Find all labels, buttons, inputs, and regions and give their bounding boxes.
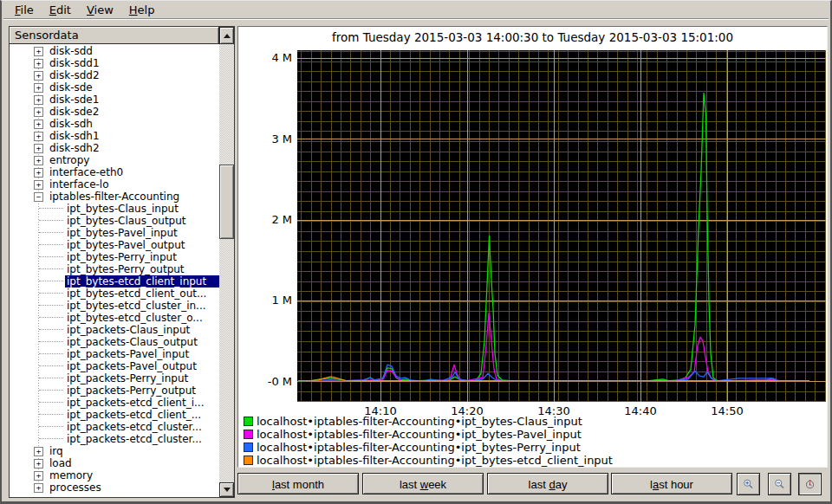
expand-icon[interactable]: + <box>34 156 43 165</box>
tree-item[interactable]: ipt_bytes-etcd_cluster_in... <box>10 300 219 312</box>
clock-icon <box>804 475 816 493</box>
legend-label: localhost•iptables-filter-Accounting•ipt… <box>257 441 581 454</box>
tree-item[interactable]: ipt_bytes-Perry_output <box>10 263 219 275</box>
tree-item[interactable]: +disk-sdh <box>10 118 219 130</box>
tree-branch-line <box>39 220 63 222</box>
expand-icon[interactable]: + <box>34 447 43 456</box>
tree-item[interactable]: ipt_packets-Pavel_output <box>10 360 219 372</box>
tree-item[interactable]: ipt_packets-Claus_output <box>10 336 219 348</box>
tree-branch-line <box>39 414 63 416</box>
menu-bar: FileEditViewHelp <box>3 2 829 19</box>
tree-item[interactable]: +disk-sde2 <box>10 106 219 118</box>
tree-item-label: disk-sde2 <box>48 106 219 118</box>
tree-item-label: interface-eth0 <box>48 166 219 178</box>
zoom-in-icon <box>743 475 754 493</box>
last-day-button[interactable]: last day <box>487 473 608 494</box>
expand-icon[interactable]: + <box>34 180 43 190</box>
legend-item: localhost•iptables-filter-Accounting•ipt… <box>244 428 823 441</box>
tree-branch-line <box>39 305 63 307</box>
expand-icon[interactable]: + <box>34 71 43 81</box>
tree-item-label: ipt_packets-etcd_cluster... <box>65 421 219 433</box>
tree-item-label: irq <box>48 445 219 457</box>
expand-icon[interactable]: + <box>34 132 43 141</box>
tree-item[interactable]: ipt_bytes-Claus_output <box>10 215 219 227</box>
tree-branch-line <box>39 426 63 428</box>
zoom-out-button[interactable] <box>768 473 791 495</box>
tree-item[interactable]: +disk-sdd1 <box>10 57 219 69</box>
tree-item[interactable]: +load <box>10 457 219 469</box>
tree-item-label: ipt_packets-etcd_cluster... <box>65 433 219 445</box>
tree-item[interactable]: +disk-sde <box>10 81 219 94</box>
tree-item[interactable]: ipt_packets-etcd_client_... <box>10 409 219 421</box>
tree-item[interactable]: ipt_bytes-Perry_input <box>10 251 219 263</box>
tree-header[interactable]: Sensordata <box>10 27 219 44</box>
tree-item[interactable]: −iptables-filter-Accounting <box>10 191 219 203</box>
legend-label: localhost•iptables-filter-Accounting•ipt… <box>257 415 582 428</box>
tree-item[interactable]: +disk-sdd <box>10 45 219 57</box>
tree-item[interactable]: ipt_packets-etcd_cluster... <box>10 421 219 433</box>
tree-item[interactable]: ipt_packets-Claus_input <box>10 324 219 336</box>
tree-item[interactable]: ipt_bytes-Pavel_output <box>10 239 219 251</box>
tree-item[interactable]: +irq <box>10 445 219 457</box>
last-hour-button[interactable]: last hour <box>611 473 732 494</box>
tree-branch-line <box>39 256 63 258</box>
tree-item-label: ipt_bytes-etcd_client_out... <box>65 288 219 300</box>
tree-item[interactable]: +entropy <box>10 154 219 166</box>
tree-item[interactable]: ipt_bytes-etcd_client_out... <box>10 288 219 300</box>
tree-item[interactable]: +disk-sde1 <box>10 94 219 106</box>
chart-plot[interactable] <box>297 50 826 402</box>
tree-item[interactable]: ipt_packets-etcd_client_i... <box>10 397 219 409</box>
expand-icon[interactable]: + <box>34 95 43 105</box>
menu-item-file[interactable]: File <box>7 3 42 18</box>
expand-icon[interactable]: + <box>34 120 43 129</box>
tree-scrollbar[interactable] <box>219 27 234 497</box>
zoom-in-button[interactable] <box>737 473 760 495</box>
menu-item-view[interactable]: View <box>79 3 121 18</box>
tree-branch-line <box>39 438 63 440</box>
tree-item[interactable]: ipt_bytes-Pavel_input <box>10 227 219 239</box>
last-month-button[interactable]: last month <box>237 473 359 494</box>
realtime-clock-button[interactable] <box>798 473 822 495</box>
x-axis-label: 14:30 <box>535 404 573 417</box>
expand-icon[interactable]: + <box>34 459 43 468</box>
collapse-icon[interactable]: − <box>34 192 43 202</box>
expand-icon[interactable]: + <box>34 47 43 56</box>
y-axis-label: 2 M <box>245 213 292 226</box>
tree-item[interactable]: +disk-sdd2 <box>10 69 219 81</box>
expand-icon[interactable]: + <box>34 59 43 68</box>
menu-item-help[interactable]: Help <box>121 3 163 18</box>
tree-item-label: iptables-filter-Accounting <box>48 191 219 203</box>
expand-icon[interactable]: + <box>34 107 43 117</box>
expand-icon[interactable]: + <box>34 144 43 153</box>
tree-branch-line <box>39 244 63 246</box>
zoom-out-icon <box>774 475 785 493</box>
tree-item[interactable]: ipt_packets-etcd_cluster... <box>10 433 219 445</box>
tree-branch-line <box>39 232 63 234</box>
tree-item-label: ipt_packets-etcd_client_... <box>65 409 219 421</box>
tree-item[interactable]: ipt_packets-Pavel_input <box>10 348 219 360</box>
tree-item-label: load <box>48 457 219 469</box>
expand-icon[interactable]: + <box>34 83 43 93</box>
tree-item[interactable]: ipt_packets-Perry_output <box>10 384 219 397</box>
tree-item-label: ipt_packets-Claus_output <box>65 336 219 348</box>
scrollbar-trough[interactable] <box>219 44 234 482</box>
tree-item[interactable]: +disk-sdh2 <box>10 142 219 154</box>
last-week-button[interactable]: last week <box>362 473 484 494</box>
expand-icon[interactable]: + <box>34 168 43 178</box>
chart-panel: from Tuesday 2015-03-03 14:00:30 to Tues… <box>237 26 828 468</box>
tree-item[interactable]: +disk-sdh1 <box>10 130 219 142</box>
tree-item-label: ipt_packets-Perry_input <box>65 372 219 384</box>
tree-item[interactable]: ipt_bytes-Claus_input <box>10 203 219 215</box>
tree-item[interactable]: ipt_bytes-etcd_client_input <box>10 275 219 288</box>
tree-item[interactable]: ipt_packets-Perry_input <box>10 372 219 384</box>
menu-item-edit[interactable]: Edit <box>42 3 79 18</box>
x-axis-label: 14:10 <box>361 404 400 417</box>
x-axis-label: 14:50 <box>708 404 746 417</box>
scroll-up-button[interactable] <box>219 27 234 44</box>
arrow-up-icon <box>224 30 231 38</box>
tree-item[interactable]: +interface-eth0 <box>10 166 219 178</box>
scrollbar-thumb[interactable] <box>219 165 234 239</box>
tree-item[interactable]: ipt_bytes-etcd_cluster_o... <box>10 312 219 324</box>
legend-label: localhost•iptables-filter-Accounting•ipt… <box>257 454 613 467</box>
tree-item[interactable]: +interface-lo <box>10 178 219 191</box>
